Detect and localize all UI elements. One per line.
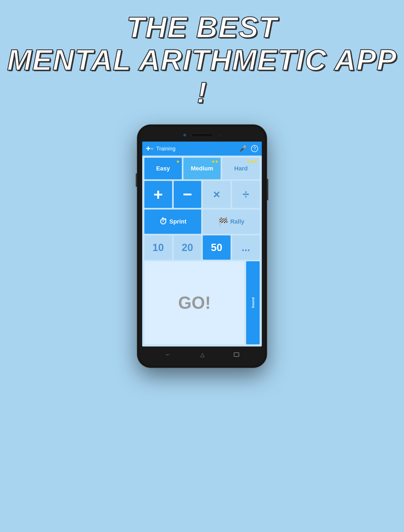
difficulty-row: Easy ★ Medium ★★ Hard ★★★ [144, 158, 260, 179]
count-row: 10 20 50 ... [144, 235, 260, 260]
count-20-label: 20 [182, 242, 193, 253]
medium-stars: ★★ [211, 159, 218, 164]
sprint-label: Sprint [169, 218, 187, 225]
count-10-label: 10 [152, 242, 164, 253]
front-camera [183, 134, 186, 136]
count-20[interactable]: 20 [174, 235, 201, 260]
app-content: Easy ★ Medium ★★ Hard ★★★ + − [142, 156, 262, 346]
headline: THE BEST MENTAL ARITHMETIC APP ! [0, 11, 404, 109]
operations-row: + − × ÷ [144, 181, 260, 208]
op-multiply[interactable]: × [203, 181, 231, 208]
header-actions: 🎤 ? [239, 145, 258, 152]
count-50-label: 50 [211, 242, 222, 253]
go-label: GO! [178, 293, 211, 313]
power-button [267, 179, 268, 200]
mode-rally[interactable]: 🏁 Rally [203, 210, 260, 234]
div-symbol: ÷ [243, 188, 249, 201]
phone-top-bar [142, 130, 262, 140]
difficulty-easy[interactable]: Easy ★ [144, 158, 182, 179]
sound-label: Sound [251, 297, 255, 308]
count-10[interactable]: 10 [144, 235, 172, 260]
go-button[interactable]: GO! [144, 261, 245, 344]
op-plus[interactable]: + [144, 181, 172, 208]
volume-button [136, 173, 137, 187]
phone-frame: ✚÷ Training 🎤 ? Easy ★ Medium ★★ Hard [137, 125, 267, 368]
speaker-grille [191, 133, 213, 137]
difficulty-medium[interactable]: Medium ★★ [183, 158, 221, 179]
easy-stars: ★ [176, 159, 180, 164]
op-divide[interactable]: ÷ [232, 181, 260, 208]
op-minus[interactable]: − [174, 181, 201, 208]
app-icon: ✚÷ [146, 145, 154, 152]
headline-line2: MENTAL ARITHMETIC APP ! [0, 43, 404, 109]
times-symbol: × [213, 188, 220, 201]
easy-label: Easy [156, 165, 170, 172]
recent-button[interactable] [234, 352, 239, 357]
count-50[interactable]: 50 [203, 235, 231, 260]
back-button[interactable]: ← [165, 351, 171, 358]
sprint-icon: ⏱ [159, 217, 167, 226]
home-button[interactable]: △ [200, 351, 204, 358]
mode-row: ⏱ Sprint 🏁 Rally [144, 210, 260, 234]
count-more[interactable]: ... [232, 235, 260, 260]
count-more-label: ... [242, 242, 250, 253]
sensor [218, 134, 221, 136]
rally-label: Rally [230, 218, 245, 225]
help-button[interactable]: ? [251, 145, 258, 152]
rally-icon: 🏁 [218, 217, 228, 226]
difficulty-hard[interactable]: Hard ★★★ [222, 158, 260, 179]
app-title: Training [156, 146, 239, 152]
phone-screen: ✚÷ Training 🎤 ? Easy ★ Medium ★★ Hard [142, 142, 262, 346]
app-header: ✚÷ Training 🎤 ? [142, 142, 262, 156]
headline-line1: THE BEST [0, 11, 404, 43]
go-row: GO! Sound [144, 261, 260, 344]
phone-bottom-nav: ← △ [142, 346, 262, 363]
mode-sprint[interactable]: ⏱ Sprint [144, 210, 201, 234]
medium-label: Medium [191, 165, 213, 172]
plus-symbol: + [154, 185, 163, 204]
hard-stars: ★★★ [247, 159, 257, 164]
sound-button[interactable]: Sound [246, 261, 260, 344]
hard-label: Hard [234, 165, 248, 172]
mute-button[interactable]: 🎤 [239, 145, 247, 152]
